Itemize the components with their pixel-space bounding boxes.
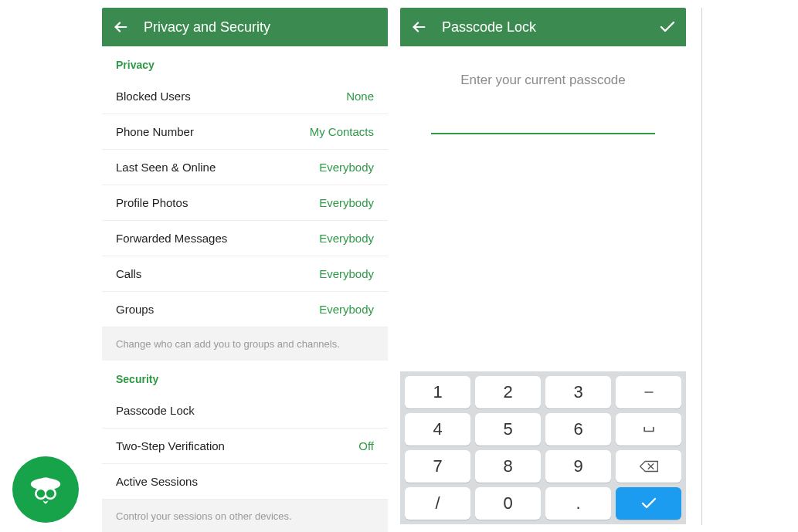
passcode-prompt: Enter your current passcode: [400, 73, 686, 88]
row-value: My Contacts: [310, 125, 374, 138]
row-calls[interactable]: Calls Everybody: [102, 256, 388, 292]
key-0[interactable]: 0: [475, 487, 541, 520]
section-header-security: Security: [102, 361, 388, 393]
privacy-settings-screen: Privacy and Security Privacy Blocked Use…: [102, 8, 388, 532]
row-label: Two-Step Verification: [116, 439, 225, 452]
key-2[interactable]: 2: [475, 376, 541, 408]
row-label: Blocked Users: [116, 90, 191, 103]
confirm-check-icon[interactable]: [658, 18, 677, 36]
key-backspace[interactable]: [616, 450, 681, 483]
row-passcode-lock[interactable]: Passcode Lock: [102, 393, 388, 429]
row-phone-number[interactable]: Phone Number My Contacts: [102, 114, 388, 150]
key-3[interactable]: 3: [545, 376, 611, 408]
appbar-title: Passcode Lock: [442, 19, 644, 36]
appbar-title: Privacy and Security: [144, 19, 379, 36]
row-last-seen[interactable]: Last Seen & Online Everybody: [102, 150, 388, 185]
row-value: Everybody: [319, 196, 374, 209]
passcode-input[interactable]: [431, 133, 655, 134]
key-dot[interactable]: .: [545, 487, 611, 520]
row-value: None: [346, 90, 374, 103]
row-two-step[interactable]: Two-Step Verification Off: [102, 429, 388, 464]
back-arrow-icon[interactable]: [409, 18, 428, 36]
row-value: Everybody: [319, 267, 374, 280]
key-space[interactable]: [616, 413, 681, 446]
key-4[interactable]: 4: [405, 413, 470, 446]
back-arrow-icon[interactable]: [111, 18, 130, 36]
row-value: Everybody: [319, 161, 374, 174]
numeric-keypad: 1 2 3 4 5 6 7 8 9: [400, 371, 686, 524]
key-8[interactable]: 8: [475, 450, 541, 483]
row-label: Profile Photos: [116, 196, 188, 209]
appbar-privacy: Privacy and Security: [102, 8, 388, 46]
key-6[interactable]: 6: [545, 413, 611, 446]
section-header-privacy: Privacy: [102, 46, 388, 79]
appbar-passcode: Passcode Lock: [400, 8, 686, 46]
row-profile-photos[interactable]: Profile Photos Everybody: [102, 185, 388, 221]
row-label: Calls: [116, 267, 141, 280]
hint-privacy: Change who can add you to groups and cha…: [102, 327, 388, 361]
divider: [701, 8, 702, 525]
key-dash[interactable]: [616, 376, 681, 408]
svg-point-8: [37, 490, 46, 498]
row-label: Forwarded Messages: [116, 232, 227, 245]
row-label: Active Sessions: [116, 475, 198, 488]
row-value: Everybody: [319, 303, 374, 316]
row-label: Groups: [116, 303, 154, 316]
row-blocked-users[interactable]: Blocked Users None: [102, 79, 388, 114]
row-label: Passcode Lock: [116, 404, 195, 417]
key-9[interactable]: 9: [545, 450, 611, 483]
row-active-sessions[interactable]: Active Sessions: [102, 464, 388, 500]
key-7[interactable]: 7: [405, 450, 470, 483]
key-1[interactable]: 1: [405, 376, 470, 408]
spy-logo-icon: [12, 456, 79, 523]
key-slash[interactable]: /: [405, 487, 470, 520]
svg-point-9: [46, 490, 55, 498]
row-groups[interactable]: Groups Everybody: [102, 292, 388, 327]
row-label: Phone Number: [116, 125, 194, 138]
row-label: Last Seen & Online: [116, 161, 216, 174]
row-forwarded-messages[interactable]: Forwarded Messages Everybody: [102, 221, 388, 256]
key-enter[interactable]: [616, 487, 681, 520]
row-value: Off: [358, 439, 374, 452]
row-value: Everybody: [319, 232, 374, 245]
passcode-lock-screen: Passcode Lock Enter your current passcod…: [400, 8, 686, 532]
hint-security: Control your sessions on other devices.: [102, 500, 388, 532]
key-5[interactable]: 5: [475, 413, 541, 446]
